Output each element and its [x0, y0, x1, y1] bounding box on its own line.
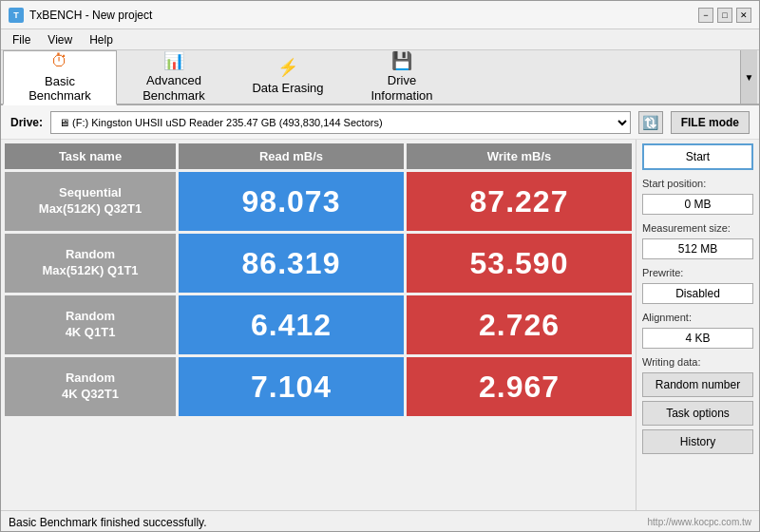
advanced-benchmark-icon: 📊	[163, 51, 184, 72]
tab-basic-benchmark[interactable]: ⏱ BasicBenchmark	[3, 50, 117, 105]
measurement-value: 512 MB	[642, 238, 753, 259]
writing-data-label: Writing data:	[642, 356, 753, 368]
bench-label-random-512k: RandomMax(512K) Q1T1	[5, 234, 176, 293]
bench-row-random-4k-q32: Random4K Q32T1 7.104 2.967	[5, 357, 632, 416]
bench-write-random-512k: 53.590	[407, 234, 632, 293]
bench-write-sequential: 87.227	[407, 172, 632, 231]
bench-read-random-4k-q32: 7.104	[179, 357, 404, 416]
menu-bar: File View Help	[1, 29, 759, 50]
title-bar-controls: − □ ✕	[698, 8, 751, 23]
task-options-button[interactable]: Task options	[642, 401, 753, 426]
drive-label: Drive:	[10, 116, 43, 129]
main-area: Task name Read mB/s Write mB/s Sequentia…	[1, 140, 759, 510]
bench-write-random-4k-q1: 2.726	[407, 295, 632, 354]
col-header-read: Read mB/s	[179, 143, 404, 169]
basic-benchmark-icon: ⏱	[51, 51, 68, 72]
window-title: TxBENCH - New project	[29, 9, 152, 22]
right-panel: Start Start position: 0 MB Measurement s…	[636, 140, 759, 510]
menu-help[interactable]: Help	[82, 31, 121, 48]
bench-label-sequential: SequentialMax(512K) Q32T1	[5, 172, 176, 231]
writing-data-button[interactable]: Random number	[642, 372, 753, 397]
measurement-label: Measurement size:	[642, 222, 753, 234]
tab-basic-label: BasicBenchmark	[28, 74, 91, 104]
prewrite-label: Prewrite:	[642, 267, 753, 278]
minimize-button[interactable]: −	[698, 8, 713, 23]
tab-drive-label: DriveInformation	[370, 73, 432, 103]
bench-label-random-4k-q32: Random4K Q32T1	[5, 357, 176, 416]
bench-read-random-4k-q1: 6.412	[179, 295, 404, 354]
alignment-value: 4 KB	[642, 328, 753, 349]
start-button[interactable]: Start	[642, 143, 753, 170]
status-message: Basic Benchmark finished successfully.	[9, 516, 207, 529]
status-bar: Basic Benchmark finished successfully. h…	[1, 510, 759, 532]
tab-data-erasing[interactable]: ⚡ Data Erasing	[231, 50, 345, 104]
prewrite-value: Disabled	[642, 283, 753, 304]
menu-view[interactable]: View	[40, 31, 80, 48]
benchmark-area: Task name Read mB/s Write mB/s Sequentia…	[1, 140, 636, 510]
bench-read-sequential: 98.073	[179, 172, 404, 231]
bench-read-random-512k: 86.319	[179, 234, 404, 293]
alignment-label: Alignment:	[642, 312, 753, 323]
drive-info-icon: 💾	[391, 51, 412, 72]
col-header-write: Write mB/s	[407, 143, 632, 169]
history-button[interactable]: History	[642, 429, 753, 454]
drive-refresh-button[interactable]: 🔃	[638, 111, 663, 134]
tab-dropdown[interactable]: ▼	[740, 50, 757, 104]
start-position-label: Start position:	[642, 178, 753, 189]
toolbar: ⏱ BasicBenchmark 📊 AdvancedBenchmark ⚡ D…	[1, 50, 759, 105]
refresh-icon: 🔃	[642, 115, 658, 130]
bench-row-random-4k-q1: Random4K Q1T1 6.412 2.726	[5, 295, 632, 354]
maximize-button[interactable]: □	[717, 8, 732, 23]
start-position-value: 0 MB	[642, 194, 753, 215]
bench-write-random-4k-q32: 2.967	[407, 357, 632, 416]
close-button[interactable]: ✕	[736, 8, 751, 23]
col-header-task: Task name	[5, 143, 176, 169]
menu-file[interactable]: File	[5, 31, 38, 48]
column-headers: Task name Read mB/s Write mB/s	[5, 143, 632, 169]
data-erasing-icon: ⚡	[277, 58, 298, 79]
tab-advanced-benchmark[interactable]: 📊 AdvancedBenchmark	[117, 50, 231, 104]
app-icon: T	[9, 8, 24, 23]
drive-select[interactable]: 🖥 (F:) Kingston UHSII uSD Reader 235.47 …	[50, 111, 631, 134]
bench-row-random-512k: RandomMax(512K) Q1T1 86.319 53.590	[5, 234, 632, 293]
title-bar-left: T TxBENCH - New project	[9, 8, 152, 23]
tab-erasing-label: Data Erasing	[252, 81, 323, 96]
tab-advanced-label: AdvancedBenchmark	[142, 73, 205, 103]
tab-drive-information[interactable]: 💾 DriveInformation	[345, 50, 459, 104]
bench-row-sequential: SequentialMax(512K) Q32T1 98.073 87.227	[5, 172, 632, 231]
file-mode-button[interactable]: FILE mode	[671, 111, 750, 134]
drive-bar: Drive: 🖥 (F:) Kingston UHSII uSD Reader …	[1, 105, 759, 140]
bench-label-random-4k-q1: Random4K Q1T1	[5, 295, 176, 354]
title-bar: T TxBENCH - New project − □ ✕	[1, 1, 759, 29]
status-logo: http://www.kocpc.com.tw	[648, 517, 751, 527]
